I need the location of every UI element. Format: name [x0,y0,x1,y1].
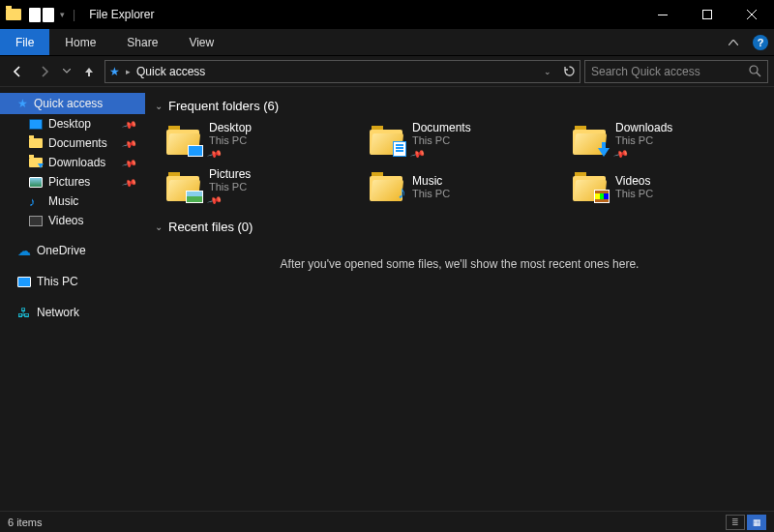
desktop-icon [29,119,43,130]
view-details-button[interactable]: ≣ [726,515,745,530]
navpane-videos[interactable]: Videos [0,211,145,230]
item-name: Music [412,174,450,188]
tab-home[interactable]: Home [49,29,111,55]
folder-icon [166,126,201,155]
folder-music[interactable]: ♪ MusicThis PC [368,167,561,206]
navpane-quick-access[interactable]: ★ Quick access [0,93,145,114]
svg-rect-1 [703,11,712,19]
navpane-item-label: Documents [48,136,107,150]
up-button[interactable] [77,60,101,83]
folder-icon: ♪ [370,172,404,201]
recent-files-empty-message: After you've opened some files, we'll sh… [155,257,764,271]
pin-icon: 📌 [410,146,426,162]
svg-point-2 [750,66,758,74]
search-box[interactable]: Search Quick access [584,60,768,83]
window-title: File Explorer [89,8,154,21]
navpane-onedrive[interactable]: ☁ OneDrive [0,240,145,261]
item-sub: This PC [615,134,672,146]
maximize-button[interactable] [685,0,729,29]
navpane-item-label: Network [37,306,79,319]
search-placeholder: Search Quick access [591,65,749,78]
group-recent-files[interactable]: ⌄ Recent files (0) [155,220,764,234]
group-header-label: Recent files (0) [168,220,253,234]
forward-button[interactable] [33,60,56,83]
item-sub: This PC [412,188,450,199]
downloads-icon [29,158,43,167]
navigation-row: ★ ▸ Quick access ⌄ Search Quick access [0,56,774,87]
navpane-item-label: Pictures [48,175,90,189]
navpane-music[interactable]: ♪ Music [0,192,145,211]
item-sub: This PC [615,188,653,199]
onedrive-icon: ☁ [17,243,31,258]
quick-access-icon: ★ [109,65,120,78]
content-area: ⌄ Frequent folders (6) DesktopThis PC📌 D… [145,87,774,511]
music-icon: ♪ [29,194,43,209]
navigation-pane: ★ Quick access Desktop 📌 Documents 📌 Dow… [0,87,145,511]
navpane-documents[interactable]: Documents 📌 [0,133,145,153]
navpane-network[interactable]: 🖧 Network [0,302,145,323]
folder-icon [573,126,608,155]
pin-icon: 📌 [613,146,629,162]
navpane-desktop[interactable]: Desktop 📌 [0,114,145,133]
address-separator-icon[interactable]: ▸ [126,67,131,76]
help-button[interactable]: ? [747,29,774,55]
item-name: Desktop [209,121,252,134]
ribbon-tabs: File Home Share View ? [0,29,774,56]
item-name: Documents [412,121,471,134]
folder-desktop[interactable]: DesktopThis PC📌 [164,121,358,160]
folder-documents[interactable]: DocumentsThis PC📌 [368,121,561,160]
address-dropdown-icon[interactable]: ⌄ [544,67,551,76]
folder-icon [370,126,404,155]
folder-pictures[interactable]: PicturesThis PC📌 [164,167,358,206]
navpane-item-label: Desktop [48,117,91,131]
item-name: Pictures [209,167,251,181]
pin-icon: 📌 [122,155,137,170]
back-button[interactable] [6,60,29,83]
recent-locations-button[interactable] [60,60,74,83]
pin-icon: 📌 [122,116,137,132]
breadcrumb[interactable]: Quick access [136,65,205,78]
qat-newfolder-icon[interactable] [43,8,54,22]
navpane-pictures[interactable]: Pictures 📌 [0,172,145,192]
navpane-thispc[interactable]: This PC [0,271,145,292]
chevron-down-icon: ⌄ [155,101,163,111]
navpane-item-label: Downloads [48,156,105,169]
refresh-button[interactable] [563,65,576,77]
app-icon [6,9,21,20]
navpane-item-label: OneDrive [37,244,86,257]
qat-properties-icon[interactable] [29,8,41,22]
close-button[interactable] [729,0,774,29]
tab-file[interactable]: File [0,29,49,55]
svg-rect-0 [658,15,668,15]
title-bar: ▾ | File Explorer [0,0,774,29]
item-sub: This PC [412,134,471,146]
pin-icon: 📌 [122,174,137,190]
tab-view[interactable]: View [173,29,229,55]
navpane-item-label: This PC [37,275,78,288]
pin-icon: 📌 [207,192,223,208]
folder-videos[interactable]: VideosThis PC [571,167,764,206]
minimize-button[interactable] [640,0,685,29]
item-name: Videos [615,174,653,188]
videos-icon [29,216,43,226]
ribbon-collapse-button[interactable] [720,29,747,55]
search-icon [749,65,761,77]
tab-share[interactable]: Share [111,29,173,55]
group-frequent-folders[interactable]: ⌄ Frequent folders (6) [155,99,764,113]
item-sub: This PC [209,134,252,146]
address-bar[interactable]: ★ ▸ Quick access ⌄ [104,60,580,83]
pictures-icon [29,177,43,188]
pin-icon: 📌 [207,146,223,162]
chevron-down-icon: ⌄ [155,222,163,232]
view-large-icons-button[interactable]: ▦ [747,515,766,530]
item-sub: This PC [209,181,251,192]
star-icon: ★ [17,97,28,110]
qat-dropdown-icon[interactable]: ▾ [60,10,65,19]
thispc-icon [17,277,31,287]
navpane-downloads[interactable]: Downloads 📌 [0,153,145,172]
status-item-count: 6 items [8,517,42,528]
folder-downloads[interactable]: DownloadsThis PC📌 [571,121,764,160]
item-name: Downloads [615,121,672,134]
navpane-item-label: Music [48,194,78,208]
navpane-item-label: Videos [48,214,83,227]
